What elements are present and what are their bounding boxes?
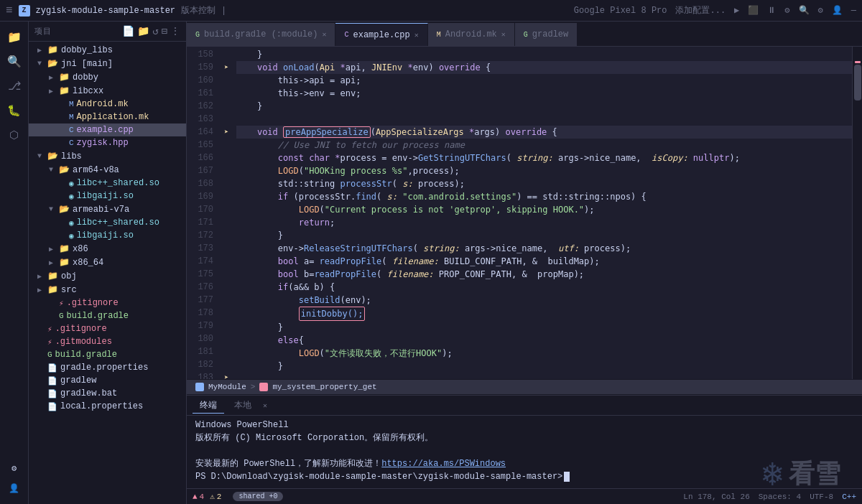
activity-icon-debug[interactable]: 🐛: [4, 101, 24, 121]
coverage-icon[interactable]: ⚙: [784, 5, 789, 16]
chevron-down-icon3: ▼: [49, 166, 59, 174]
list-item[interactable]: ⚡ .gitignore: [29, 322, 186, 335]
pause-icon[interactable]: ⏸: [767, 5, 776, 16]
folder-icon3: 📁: [59, 257, 70, 268]
list-item[interactable]: ◉ libgaiji.so: [29, 190, 186, 202]
activity-icon-bottom1[interactable]: ⚙: [11, 463, 17, 474]
status-spaces[interactable]: Spaces: 4: [759, 493, 801, 501]
warning-count[interactable]: ⚠ 2: [210, 492, 221, 501]
tree-label: gradlew: [60, 375, 96, 386]
list-item[interactable]: ▼ 📂 jni [main]: [29, 57, 186, 70]
sidebar-refresh-btn[interactable]: ↺: [152, 25, 158, 37]
terminal-area: 终端 本地 ✕ Windows PowerShell 版权所有 (C) Micr…: [187, 395, 862, 488]
terminal-tab-terminal[interactable]: 终端: [193, 398, 224, 414]
terminal-link[interactable]: https://aka.ms/PSWindows: [381, 459, 506, 469]
txt-file-icon: 📄: [47, 363, 57, 373]
list-item[interactable]: ◉ libgaiji.so: [29, 229, 186, 242]
list-item[interactable]: M Android.mk: [29, 98, 186, 111]
tab-android-mk[interactable]: M Android.mk ✕: [428, 23, 515, 46]
device-selector[interactable]: Google Pixel 8 Pro: [574, 6, 667, 16]
tree-label: libcxx: [73, 86, 103, 96]
hamburger-icon[interactable]: ≡: [6, 4, 13, 17]
code-line-162: }: [236, 100, 852, 113]
add-config-btn[interactable]: 添加配置...: [675, 4, 726, 17]
terminal-cursor[interactable]: [564, 472, 570, 482]
list-item[interactable]: ◉ libc++_shared.so: [29, 216, 186, 229]
txt-file-icon2: 📄: [47, 376, 57, 386]
terminal-tab-close[interactable]: ✕: [263, 401, 267, 410]
editor-scrollbar[interactable]: [852, 47, 862, 379]
list-item[interactable]: ▼ 📂 armeabi-v7a: [29, 202, 186, 216]
status-line-col[interactable]: Ln 178, Col 26: [683, 493, 749, 501]
list-item[interactable]: ▶ 📁 obj: [29, 269, 186, 283]
activity-icon-search[interactable]: 🔍: [4, 52, 24, 72]
tree-label: armeabi-v7a: [73, 205, 129, 215]
minimize-icon[interactable]: —: [851, 6, 856, 16]
status-language[interactable]: C++: [842, 493, 856, 501]
search-icon[interactable]: 🔍: [799, 5, 810, 16]
list-item[interactable]: C zygisk.hpp: [29, 136, 186, 149]
code-line-172: }: [236, 229, 852, 242]
status-encoding[interactable]: UTF-8: [810, 493, 833, 501]
sidebar-new-folder-btn[interactable]: 📁: [137, 25, 149, 37]
editor-area: G build.gradle (:module) ✕ C example.cpp…: [187, 22, 862, 504]
tab-example-cpp[interactable]: C example.cpp ✕: [335, 23, 427, 46]
activity-icon-git[interactable]: ⎇: [4, 76, 24, 96]
activity-icon-extensions[interactable]: ⬡: [4, 125, 24, 145]
list-item[interactable]: ▶ 📁 dobby_libs: [29, 43, 186, 57]
breadcrumb-module[interactable]: MyModule: [208, 383, 246, 391]
activity-icon-account[interactable]: 👤: [4, 478, 24, 498]
title-sep: |: [221, 6, 226, 16]
list-item[interactable]: 📄 gradlew.bat: [29, 387, 186, 400]
run-icon[interactable]: ▶: [734, 5, 739, 16]
list-item[interactable]: ▼ 📂 libs: [29, 149, 186, 163]
list-item[interactable]: ⚡ .gitignore: [29, 297, 186, 309]
title-controls: Google Pixel 8 Pro 添加配置... ▶ ⬛ ⏸ ⚙ 🔍 ⚙ 👤…: [574, 4, 856, 17]
account-icon[interactable]: 👤: [832, 5, 843, 16]
sidebar-new-file-btn[interactable]: 📄: [122, 25, 134, 37]
terminal-line-1: Windows PowerShell: [195, 419, 853, 431]
status-shared: shared +0: [233, 492, 283, 501]
tab-close-btn2[interactable]: ✕: [414, 31, 419, 39]
tree-label: build.gradle: [55, 350, 117, 360]
terminal-prompt-line: PS D:\Download\zygisk-module-sample-mast…: [195, 470, 853, 483]
tree-label: .gitmodules: [55, 337, 112, 347]
tab-close-btn3[interactable]: ✕: [501, 30, 506, 39]
list-item[interactable]: C example.cpp: [29, 123, 186, 136]
breadcrumb-function[interactable]: my_system_property_get: [272, 383, 376, 391]
tab-label4: gradlew: [532, 29, 568, 39]
sidebar-more-btn[interactable]: ⋮: [170, 25, 180, 37]
code-line-179: }: [236, 321, 852, 334]
list-item[interactable]: ▶ 📁 dobby: [29, 70, 186, 84]
stop-icon[interactable]: ⬛: [748, 5, 759, 16]
scroll-thumb[interactable]: [854, 65, 861, 101]
list-item[interactable]: G build.gradle: [29, 348, 186, 361]
list-item[interactable]: 📄 gradle.properties: [29, 361, 186, 374]
list-item[interactable]: 📄 local.properties: [29, 400, 186, 413]
list-item[interactable]: ⚡ .gitmodules: [29, 335, 186, 348]
list-item[interactable]: M Application.mk: [29, 111, 186, 123]
list-item[interactable]: ▶ 📁 x86: [29, 242, 186, 256]
title-bar: ≡ Z zygisk-module-sample-master 版本控制 | G…: [0, 0, 862, 22]
list-item[interactable]: ▶ 📁 src: [29, 283, 186, 297]
sidebar-tree: ▶ 📁 dobby_libs ▼ 📂 jni [main] ▶ 📁 dobby …: [29, 42, 186, 504]
sidebar-collapse-btn[interactable]: ⊟: [162, 25, 167, 37]
vcs-label[interactable]: 版本控制: [181, 4, 216, 17]
list-item[interactable]: ▶ 📁 libcxx: [29, 84, 186, 98]
terminal-tab-local[interactable]: 本地: [227, 398, 259, 413]
tab-gradlew[interactable]: G gradlew: [515, 23, 578, 46]
tab-build-gradle[interactable]: G build.gradle (:module) ✕: [187, 23, 335, 46]
list-item[interactable]: ▶ 📁 x86_64: [29, 256, 186, 269]
list-item[interactable]: ▼ 📂 arm64-v8a: [29, 163, 186, 177]
mk-file-icon2: M: [69, 113, 74, 121]
activity-icon-files[interactable]: 📁: [4, 27, 24, 47]
list-item[interactable]: ◉ libc++_shared.so: [29, 177, 186, 190]
settings-icon[interactable]: ⚙: [818, 5, 823, 16]
gradle-file-icon2: G: [47, 350, 52, 359]
tree-label: gradlew.bat: [60, 388, 117, 398]
error-count[interactable]: ▲ 4: [193, 493, 204, 501]
code-line-167: LOGD("HOOKing process %s",process);: [236, 164, 852, 177]
list-item[interactable]: 📄 gradlew: [29, 374, 186, 387]
tab-close-btn[interactable]: ✕: [322, 30, 326, 39]
list-item[interactable]: G build.gradle: [29, 309, 186, 322]
